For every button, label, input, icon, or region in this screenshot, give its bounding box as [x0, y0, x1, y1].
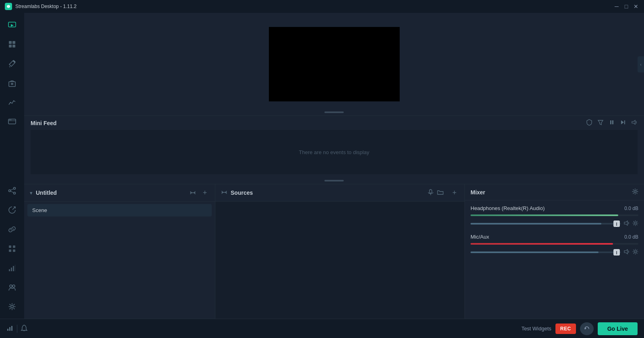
- svg-rect-21: [9, 249, 11, 252]
- mini-feed-body: There are no events to display: [31, 130, 638, 174]
- mixer-channel-1-mute-icon[interactable]: [624, 220, 630, 227]
- sources-fitwidth-icon[interactable]: [221, 189, 227, 197]
- sidebar-item-store[interactable]: [3, 74, 21, 92]
- sidebar-item-grid[interactable]: [3, 240, 21, 258]
- scene-item[interactable]: Scene: [27, 204, 212, 216]
- svg-point-37: [634, 191, 636, 193]
- scenes-collapse-icon[interactable]: ▾: [30, 190, 33, 196]
- svg-rect-31: [612, 120, 613, 124]
- preview-area: ‹: [24, 13, 644, 115]
- svg-line-6: [9, 66, 10, 67]
- svg-point-29: [11, 305, 13, 308]
- sidebar-item-collab[interactable]: [3, 278, 21, 296]
- volume-icon[interactable]: [631, 119, 638, 127]
- filter-icon[interactable]: [597, 119, 604, 127]
- scenes-panel: ▾ Untitled + Scene: [24, 184, 215, 319]
- preview-resize-handle[interactable]: [324, 111, 344, 113]
- close-button[interactable]: ✕: [633, 3, 639, 10]
- sources-panel-title: Sources: [231, 190, 424, 196]
- svg-rect-30: [610, 120, 611, 124]
- mixer-channel-2-slider[interactable]: ‖: [471, 251, 621, 253]
- svg-point-12: [10, 120, 11, 120]
- mixer-channel-1-settings-icon[interactable]: [632, 220, 638, 227]
- mini-feed-title: Mini Feed: [31, 120, 57, 126]
- svg-point-11: [9, 120, 10, 120]
- shield-icon[interactable]: [586, 119, 592, 127]
- svg-point-41: [634, 251, 636, 253]
- sources-panel: Sources: [215, 184, 465, 319]
- sidebar-item-apps[interactable]: [3, 113, 21, 130]
- mini-feed: Mini Feed: [24, 115, 644, 184]
- mini-feed-resize-handle[interactable]: [324, 180, 344, 181]
- mixer-channel-1-slider-fill: [471, 223, 601, 225]
- svg-marker-32: [621, 120, 624, 124]
- mixer-channel-2-icons: [624, 249, 638, 256]
- sidebar-item-share[interactable]: [3, 201, 21, 219]
- sources-folder-icon[interactable]: [437, 189, 444, 197]
- scenes-fitwidth-icon[interactable]: [188, 188, 197, 197]
- reset-button[interactable]: [580, 322, 594, 335]
- mini-feed-header: Mini Feed: [24, 115, 644, 130]
- mixer-channel-1-slider-thumb[interactable]: ‖: [613, 221, 620, 227]
- go-live-button[interactable]: Go Live: [598, 322, 638, 335]
- sources-panel-body: [215, 202, 464, 319]
- title-bar: Streamlabs Desktop - 1.11.2 ─ □ ✕: [0, 0, 644, 13]
- svg-rect-26: [15, 265, 15, 271]
- mixer-channel-2-db: 0.0 dB: [624, 234, 638, 240]
- status-alert-icon[interactable]: [21, 324, 28, 333]
- svg-line-16: [10, 189, 14, 190]
- sidebar-bottom: [3, 182, 21, 315]
- svg-marker-40: [624, 249, 627, 254]
- svg-rect-4: [9, 45, 12, 47]
- svg-rect-44: [11, 326, 12, 331]
- mixer-channel-2-level-bar: [471, 243, 613, 245]
- svg-rect-1: [8, 22, 16, 27]
- test-widgets-label: Test Widgets: [521, 326, 551, 332]
- minimize-button[interactable]: ─: [613, 3, 620, 10]
- mixer-header: Mixer: [465, 184, 644, 200]
- scenes-panel-header: ▾ Untitled +: [24, 184, 215, 202]
- svg-marker-34: [632, 120, 635, 124]
- maximize-button[interactable]: □: [623, 3, 630, 10]
- sidebar-item-stats[interactable]: [3, 259, 21, 277]
- svg-rect-8: [11, 83, 13, 85]
- status-stats-icon[interactable]: [6, 324, 14, 333]
- sidebar-item-tools[interactable]: [3, 55, 21, 72]
- pause-icon[interactable]: [609, 119, 615, 127]
- sidebar-item-link[interactable]: [3, 221, 21, 238]
- skip-icon[interactable]: [620, 119, 626, 127]
- svg-point-14: [14, 188, 16, 190]
- svg-line-17: [10, 191, 14, 193]
- mixer-channel-1-header: Headphones (Realtek(R) Audio) 0.0 dB: [471, 205, 638, 211]
- sources-add-button[interactable]: +: [450, 188, 459, 197]
- sidebar-item-analytics[interactable]: [3, 93, 21, 111]
- svg-point-27: [10, 285, 12, 287]
- mixer-gear-icon[interactable]: [632, 188, 638, 196]
- rec-button[interactable]: REC: [555, 324, 576, 334]
- sidebar-item-stream[interactable]: [3, 16, 21, 34]
- mixer-channel-2-slider-fill: [471, 251, 599, 253]
- mixer-channel-2-slider-thumb[interactable]: ‖: [613, 249, 620, 256]
- scene-item-label: Scene: [32, 207, 47, 213]
- mixer-channel-1-slider[interactable]: ‖: [471, 223, 621, 225]
- status-bar-left: [6, 324, 521, 333]
- preview-screen: [269, 27, 400, 101]
- mixer-channel-2-header: Mic/Aux 0.0 dB: [471, 234, 638, 240]
- mixer-channel-2-mute-icon[interactable]: [624, 249, 630, 256]
- sidebar-item-dashboard[interactable]: [3, 35, 21, 53]
- svg-rect-5: [12, 45, 15, 47]
- window-title: Streamlabs Desktop - 1.11.2: [15, 4, 613, 9]
- mixer-channel-1-db: 0.0 dB: [624, 206, 638, 211]
- mixer-channel-1-level-bar: [471, 214, 618, 216]
- mixer-channel-2-settings-icon[interactable]: [632, 249, 638, 256]
- scenes-add-button[interactable]: +: [200, 188, 209, 197]
- sidebar-item-connections[interactable]: [3, 182, 21, 200]
- sources-mic-icon[interactable]: [427, 189, 434, 197]
- svg-marker-45: [585, 328, 586, 330]
- svg-point-39: [634, 222, 636, 224]
- preview-collapse-button[interactable]: ‹: [638, 56, 644, 72]
- sidebar-item-settings[interactable]: [3, 298, 21, 315]
- mixer-panel: Mixer Headphones (Realtek(R) Audio) 0.0: [465, 184, 644, 319]
- svg-marker-38: [624, 221, 627, 225]
- mixer-channel-2-level: [471, 243, 638, 245]
